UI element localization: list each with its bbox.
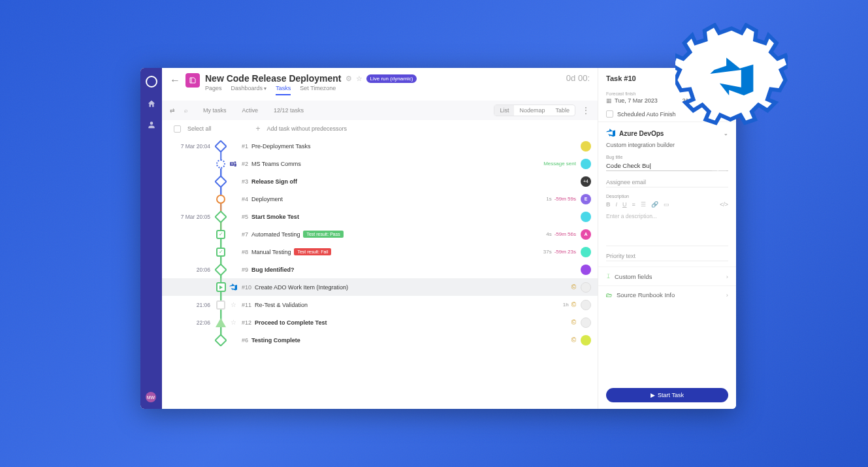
task-row[interactable]: T#2MS Teams CommsMessage sent: [162, 155, 598, 172]
task-status-icon: ✓: [214, 248, 227, 257]
settings-icon[interactable]: ⚙: [346, 74, 352, 83]
assignee-avatar[interactable]: [581, 317, 591, 328]
task-time: 7 Mar 20:04: [162, 143, 214, 150]
custom-fields-section[interactable]: 𝙸 Custom fields ›: [598, 266, 736, 285]
task-row[interactable]: #3Release Sign off+4: [162, 172, 598, 190]
code-icon[interactable]: </>: [720, 201, 728, 208]
view-nodemap[interactable]: Nodemap: [514, 105, 550, 116]
task-name: Create ADO Work Item (Integration): [255, 284, 348, 291]
assignee-avatar[interactable]: [581, 212, 591, 222]
add-task-plus-icon[interactable]: +: [256, 124, 261, 133]
back-arrow-icon[interactable]: ←: [170, 74, 180, 86]
task-time: 22:06: [162, 319, 214, 326]
assignee-email-input[interactable]: Assignee email: [606, 178, 728, 187]
task-row[interactable]: ✓#8Manual TestingTest result: Fail37s-59…: [162, 243, 598, 261]
scheduled-checkbox[interactable]: [606, 110, 613, 118]
header-tabs: Pages Dashboards Tasks Set Timezone: [205, 85, 561, 95]
select-all-checkbox[interactable]: [174, 125, 181, 133]
assignee-avatar[interactable]: [581, 141, 591, 152]
more-icon[interactable]: ⋮: [582, 106, 590, 115]
add-task-label[interactable]: Add task without predecessors: [267, 125, 347, 132]
assignee-avatar[interactable]: [581, 159, 591, 169]
number-list-icon[interactable]: ☰: [641, 201, 646, 208]
user-avatar[interactable]: MW: [146, 392, 156, 402]
more-assignees-chip[interactable]: +4: [581, 176, 591, 187]
task-row[interactable]: #10Create ADO Work Item (Integration)©: [162, 278, 598, 296]
task-number: #11: [242, 302, 251, 308]
italic-icon[interactable]: I: [616, 201, 618, 208]
task-meta: [579, 265, 591, 275]
underline-icon[interactable]: U: [622, 201, 627, 208]
svg-point-2: [234, 161, 236, 163]
link-icon[interactable]: 🔗: [651, 201, 658, 208]
assignee-avatar[interactable]: [581, 335, 591, 346]
task-name: Manual Testing: [251, 249, 291, 255]
task-status-icon: [214, 142, 227, 151]
filter-active[interactable]: Active: [238, 105, 263, 116]
bullet-list-icon[interactable]: ≡: [632, 201, 635, 208]
search-icon[interactable]: ⌕: [184, 107, 192, 114]
task-meta: 1h©: [563, 300, 591, 310]
assignee-avatar[interactable]: A: [581, 229, 591, 240]
play-icon: ▶: [651, 392, 655, 398]
task-status-icon: [214, 159, 227, 169]
phone-icon[interactable]: [712, 163, 726, 178]
start-task-button[interactable]: ▶ Start Task: [606, 388, 728, 402]
app-window: MW ← New Code Release Deployment ⚙ ☆ Liv…: [140, 68, 736, 409]
task-name: Pre-Deployment Tasks: [251, 143, 310, 150]
task-text: #6Testing Complete: [239, 337, 571, 344]
forecast-date[interactable]: ▦ Tue, 7 Mar 2023: [606, 97, 658, 104]
text-cursor-icon: 𝙸: [606, 272, 611, 280]
filter-icon[interactable]: ⇄: [170, 107, 178, 114]
task-number: #5: [242, 214, 248, 220]
task-name: Deployment: [251, 196, 283, 202]
task-time: 7 Mar 20:05: [162, 214, 214, 220]
task-row[interactable]: 21:06☆#11Re-Test & Validation1h©: [162, 296, 598, 314]
task-row[interactable]: 7 Mar 20:04#1Pre-Deployment Tasks: [162, 137, 598, 155]
tab-pages[interactable]: Pages: [205, 85, 222, 95]
tab-timezone[interactable]: Set Timezone: [300, 85, 336, 95]
task-row[interactable]: #4Deployment1s-59m 59sE: [162, 190, 598, 208]
bold-icon[interactable]: B: [606, 201, 611, 208]
attachment-icon[interactable]: ▭: [664, 201, 669, 208]
description-input[interactable]: Enter a description...: [606, 210, 728, 246]
assignee-avatar[interactable]: [581, 247, 591, 257]
task-number: #8: [242, 249, 248, 255]
task-app-icon: [227, 283, 239, 291]
star-icon[interactable]: ☆: [356, 74, 362, 83]
select-all-label[interactable]: Select all: [187, 125, 212, 132]
task-text: #3Release Sign off: [239, 178, 581, 185]
task-row[interactable]: #6Testing Complete©: [162, 331, 598, 349]
timer: 0d 00:: [566, 73, 590, 83]
status-ring-icon: ©: [571, 283, 576, 291]
task-row[interactable]: ✓#7Automated TestingTest result: Pass4s-…: [162, 225, 598, 243]
assignee-avatar[interactable]: E: [581, 194, 591, 204]
link-icon[interactable]: [712, 140, 726, 155]
task-row[interactable]: 22:06☆#12Proceed to Complete Test©: [162, 314, 598, 331]
priority-input[interactable]: Priority text: [606, 251, 728, 261]
source-runbook-section[interactable]: 🗁 Source Runbook Info ›: [598, 285, 736, 304]
tab-dashboards[interactable]: Dashboards: [231, 85, 267, 95]
home-icon[interactable]: [147, 99, 156, 108]
assignee-avatar[interactable]: [581, 300, 591, 310]
filter-my-tasks[interactable]: My tasks: [199, 105, 231, 116]
status-ring-icon: ©: [571, 319, 576, 326]
view-table[interactable]: Table: [550, 105, 575, 116]
app-logo[interactable]: [146, 76, 157, 88]
svg-text:T: T: [231, 162, 233, 165]
task-row[interactable]: 20:06#9Bug Identified?: [162, 261, 598, 278]
header: ← New Code Release Deployment ⚙ ☆ Live r…: [162, 68, 598, 101]
task-app-icon: ☆: [227, 301, 239, 308]
task-row[interactable]: 7 Mar 20:05#5Start Smoke Test: [162, 208, 598, 225]
task-text: #12Proceed to Complete Test: [239, 319, 571, 326]
task-number: #12: [242, 319, 251, 326]
forecast-label: Forecast finish: [606, 91, 636, 96]
task-app-icon: T: [227, 160, 239, 168]
view-list[interactable]: List: [494, 105, 514, 116]
test-fail-badge: Test result: Fail: [294, 248, 331, 255]
folder-icon: 🗁: [606, 291, 613, 298]
people-icon[interactable]: [147, 120, 156, 129]
tab-tasks[interactable]: Tasks: [276, 85, 291, 95]
assignee-avatar[interactable]: [581, 265, 591, 275]
assignee-avatar[interactable]: [581, 282, 591, 293]
